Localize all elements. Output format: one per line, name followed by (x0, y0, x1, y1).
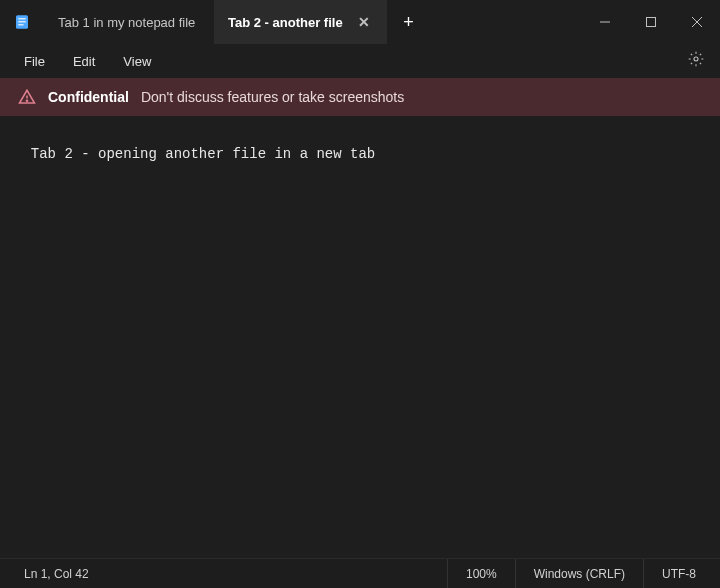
maximize-icon (646, 17, 656, 27)
svg-rect-1 (18, 18, 26, 19)
svg-rect-3 (18, 24, 23, 25)
menubar: File Edit View (0, 44, 720, 78)
close-window-button[interactable] (674, 0, 720, 44)
close-icon (692, 17, 702, 27)
window-controls (582, 0, 720, 44)
minimize-button[interactable] (582, 0, 628, 44)
plus-icon: + (403, 12, 414, 33)
status-cursor-position[interactable]: Ln 1, Col 42 (6, 559, 126, 588)
settings-button[interactable] (682, 45, 710, 77)
editor-area[interactable]: Tab 2 - opening another file in a new ta… (0, 116, 720, 558)
gear-icon (688, 51, 704, 67)
warning-triangle-icon (18, 88, 36, 106)
statusbar: Ln 1, Col 42 100% Windows (CRLF) UTF-8 (0, 558, 720, 588)
new-tab-button[interactable]: + (387, 0, 431, 44)
menu-view[interactable]: View (109, 48, 165, 75)
tab-2-label: Tab 2 - another file (228, 15, 343, 30)
alert-title: Confidential (48, 89, 129, 105)
tab-1[interactable]: Tab 1 in my notepad file (44, 0, 214, 44)
app-icon (0, 0, 44, 44)
notepad-icon (13, 13, 31, 31)
svg-rect-2 (18, 21, 26, 22)
minimize-icon (600, 17, 610, 27)
titlebar-drag-region[interactable] (431, 0, 582, 44)
tab-1-label: Tab 1 in my notepad file (58, 15, 195, 30)
status-line-ending[interactable]: Windows (CRLF) (515, 559, 643, 588)
close-tab-icon[interactable]: ✕ (355, 13, 373, 31)
menu-edit[interactable]: Edit (59, 48, 109, 75)
svg-point-10 (26, 100, 27, 101)
titlebar: Tab 1 in my notepad file Tab 2 - another… (0, 0, 720, 44)
status-encoding[interactable]: UTF-8 (643, 559, 714, 588)
tab-strip: Tab 1 in my notepad file Tab 2 - another… (44, 0, 387, 44)
tab-2[interactable]: Tab 2 - another file ✕ (214, 0, 387, 44)
svg-point-8 (694, 57, 698, 61)
editor-content: Tab 2 - opening another file in a new ta… (31, 146, 375, 162)
menu-file[interactable]: File (10, 48, 59, 75)
svg-rect-5 (647, 18, 656, 27)
maximize-button[interactable] (628, 0, 674, 44)
alert-bar: Confidential Don't discuss features or t… (0, 78, 720, 116)
alert-message: Don't discuss features or take screensho… (141, 89, 404, 105)
status-zoom[interactable]: 100% (447, 559, 515, 588)
